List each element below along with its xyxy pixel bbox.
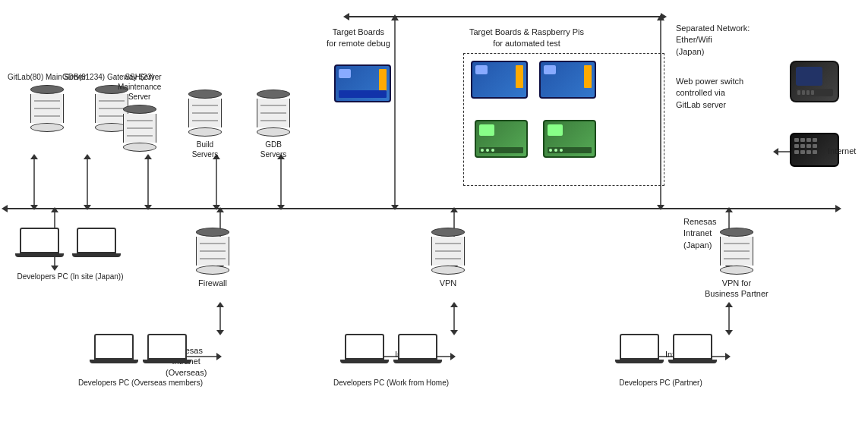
- vpn-partner: VPN forBusiness Partner: [705, 228, 769, 300]
- svg-marker-29: [51, 207, 58, 212]
- target-boards-auto-label: Target Boards & Raspberry Pisfor automat…: [469, 27, 584, 50]
- firewall-label: Firewall: [198, 278, 227, 288]
- dev-pc-wfh-2: [393, 334, 442, 363]
- svg-marker-10: [84, 205, 91, 210]
- dev-pc-partner-1: [615, 334, 664, 363]
- build-db-icon: [188, 90, 222, 137]
- svg-marker-2: [835, 205, 841, 212]
- svg-marker-11: [84, 154, 91, 159]
- vpn-label: VPN: [440, 278, 457, 288]
- target-board-auto-1: [471, 61, 528, 99]
- svg-marker-44: [450, 353, 456, 360]
- dev-pc-overseas-2: [143, 334, 191, 363]
- svg-marker-14: [144, 154, 152, 159]
- target-board-remote: [334, 64, 391, 102]
- svg-marker-19: [277, 205, 285, 210]
- svg-arrows: [0, 0, 868, 440]
- svg-marker-16: [213, 205, 220, 210]
- vpn-partner-db-icon: [720, 228, 753, 275]
- gdb-servers-label: GDBServers: [260, 140, 286, 159]
- target-board-auto-2: [539, 61, 596, 99]
- target-boards-remote-label: Target Boardsfor remote debug: [327, 27, 390, 50]
- build-servers: BuildServers: [188, 90, 222, 159]
- dev-pc-insite-2: [72, 228, 121, 257]
- ssh-db-icon: [123, 105, 156, 152]
- dev-pc-insite-1: [15, 228, 64, 257]
- firewall: Firewall: [196, 228, 229, 288]
- separated-network-label: Separated Network:Ether/Wifi(Japan): [676, 23, 750, 58]
- laptop-icon-8: [668, 334, 717, 363]
- ssh-label: SSH(23)MaintenanceServer: [118, 72, 161, 102]
- internet-label-1: Internet: [828, 146, 856, 157]
- svg-marker-47: [725, 353, 731, 360]
- gdb-db-icon: [257, 90, 290, 137]
- vpn-db-icon: [431, 228, 465, 275]
- laptop-icon-7: [615, 334, 664, 363]
- dev-pc-wfh-1: [340, 334, 389, 363]
- web-power-switch: [790, 61, 839, 102]
- svg-marker-50: [216, 302, 224, 307]
- svg-marker-58: [773, 148, 778, 156]
- dev-pc-partner-label: Developers PC (Partner): [604, 378, 718, 388]
- dev-pc-wfh-label: Developers PC (Work from Home): [327, 378, 456, 388]
- svg-marker-28: [51, 266, 58, 271]
- svg-marker-55: [725, 330, 733, 335]
- web-power-switch-label: Web power switchcontrolled viaGitLab ser…: [676, 76, 743, 111]
- svg-marker-41: [216, 353, 222, 360]
- svg-marker-8: [30, 154, 38, 159]
- firewall-db-icon: [196, 228, 229, 275]
- dev-pc-partner-2: [668, 334, 717, 363]
- laptop-icon-4: [143, 334, 191, 363]
- svg-marker-1: [2, 205, 8, 212]
- ssh-maintenance-server: SSH(23)MaintenanceServer: [118, 72, 161, 152]
- vpn-partner-label: VPN forBusiness Partner: [705, 278, 769, 300]
- svg-marker-35: [450, 207, 458, 212]
- gdb-servers: GDBServers: [257, 90, 290, 159]
- svg-marker-25: [657, 205, 664, 210]
- dev-pc-overseas-label: Developers PC (Overseas members): [76, 378, 205, 388]
- raspberry-pi-1: [475, 120, 528, 158]
- svg-marker-4: [343, 13, 349, 20]
- svg-marker-32: [216, 207, 224, 212]
- svg-marker-26: [657, 14, 664, 20]
- raspberry-pi-2: [543, 120, 596, 158]
- laptop-icon-6: [393, 334, 442, 363]
- svg-marker-53: [450, 302, 458, 307]
- svg-marker-23: [391, 14, 399, 20]
- dev-pc-insite-label: Developers PC (In site (Japan)): [4, 272, 137, 281]
- dev-pc-overseas-1: [90, 334, 138, 363]
- gitlab-db-icon: [30, 85, 64, 132]
- laptop-icon-1: [15, 228, 64, 257]
- svg-marker-5: [661, 13, 667, 20]
- laptop-icon-5: [340, 334, 389, 363]
- svg-marker-13: [144, 205, 152, 210]
- diagram: GitLab(80) Main Server GDB(61234) Gatewa…: [0, 0, 868, 440]
- build-label: BuildServers: [192, 140, 218, 159]
- svg-marker-49: [216, 330, 224, 335]
- svg-marker-22: [391, 205, 399, 210]
- svg-marker-52: [450, 330, 458, 335]
- laptop-icon-2: [72, 228, 121, 257]
- laptop-icon-3: [90, 334, 138, 363]
- svg-marker-38: [725, 207, 733, 212]
- svg-marker-56: [725, 302, 733, 307]
- vpn: VPN: [431, 228, 465, 288]
- svg-marker-7: [30, 205, 38, 210]
